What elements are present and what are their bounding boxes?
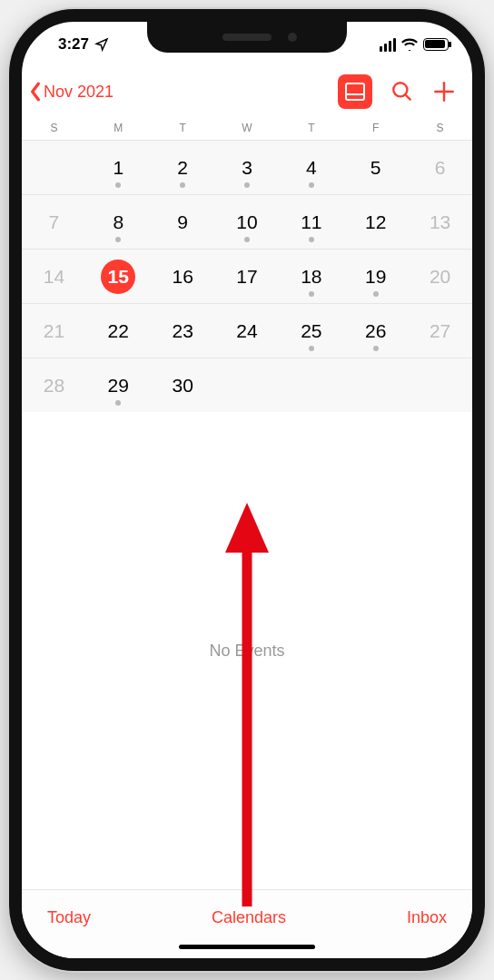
- day-cell[interactable]: 23: [151, 303, 215, 358]
- front-camera: [288, 33, 297, 42]
- weekday-header: S M T W T F S: [22, 113, 472, 140]
- day-number: 7: [49, 211, 60, 233]
- wifi-icon: [401, 38, 418, 51]
- battery-icon: [423, 38, 449, 51]
- day-cell[interactable]: 16: [151, 249, 215, 303]
- day-number: 29: [108, 375, 129, 397]
- day-number: 12: [365, 211, 386, 233]
- day-cell[interactable]: 17: [215, 249, 280, 303]
- phone-frame: 3:27 Nov: [9, 9, 485, 971]
- day-cell[interactable]: 24: [215, 303, 280, 358]
- day-number: 11: [301, 211, 321, 233]
- day-number: 23: [172, 320, 193, 342]
- svg-line-3: [405, 94, 410, 99]
- list-view-icon: [345, 83, 365, 101]
- day-cell[interactable]: 14: [22, 249, 86, 303]
- day-number: 1: [113, 157, 124, 179]
- day-number: 21: [44, 320, 64, 342]
- weekday-label: M: [86, 122, 151, 134]
- day-cell[interactable]: 7: [22, 194, 86, 249]
- notch: [147, 22, 347, 53]
- day-number: 30: [172, 375, 193, 397]
- day-number: 25: [301, 320, 321, 342]
- day-cell[interactable]: 26: [343, 303, 408, 358]
- home-indicator[interactable]: [179, 945, 315, 949]
- weekday-label: W: [215, 122, 280, 134]
- no-events-label: No Events: [209, 642, 284, 661]
- day-number: 13: [430, 211, 450, 233]
- day-cell[interactable]: 2: [151, 140, 215, 194]
- day-cell[interactable]: 25: [279, 303, 343, 358]
- day-number: 3: [242, 157, 252, 179]
- back-button[interactable]: Nov 2021: [29, 82, 114, 102]
- day-cell[interactable]: 9: [151, 194, 215, 249]
- day-cell[interactable]: 29: [86, 358, 151, 412]
- day-cell[interactable]: 30: [151, 358, 215, 412]
- day-number: 28: [44, 375, 64, 397]
- view-mode-toggle[interactable]: [338, 74, 372, 109]
- status-time: 3:27: [58, 35, 89, 54]
- inbox-button[interactable]: Inbox: [407, 908, 447, 927]
- weekday-label: F: [343, 122, 408, 134]
- today-button[interactable]: Today: [47, 908, 91, 927]
- day-number: 14: [44, 266, 64, 288]
- day-number: 17: [236, 266, 257, 288]
- day-number: 27: [430, 320, 450, 342]
- day-cell[interactable]: 11: [279, 194, 343, 249]
- day-number: 22: [108, 320, 129, 342]
- calendar-month-view: 1234567891011121314151617181920212223242…: [22, 140, 472, 412]
- day-number: 26: [365, 320, 386, 342]
- day-number: 24: [236, 320, 257, 342]
- weekday-label: S: [22, 122, 86, 134]
- day-cell[interactable]: 18: [279, 249, 343, 303]
- day-cell[interactable]: 3: [215, 140, 280, 194]
- day-number: 4: [306, 157, 317, 179]
- day-cell[interactable]: 6: [408, 140, 472, 194]
- calendars-button[interactable]: Calendars: [212, 908, 286, 927]
- day-cell[interactable]: 27: [408, 303, 472, 358]
- chevron-left-icon: [29, 82, 42, 102]
- day-cell[interactable]: 13: [408, 194, 472, 249]
- day-cell: [408, 358, 472, 412]
- cellular-signal-icon: [380, 38, 397, 52]
- day-number: 8: [113, 211, 124, 233]
- weekday-label: S: [408, 122, 472, 134]
- weekday-label: T: [279, 122, 343, 134]
- day-cell[interactable]: 5: [343, 140, 408, 194]
- nav-bar: Nov 2021: [22, 67, 472, 113]
- day-number: 10: [236, 211, 257, 233]
- day-cell[interactable]: 1: [86, 140, 151, 194]
- day-cell[interactable]: 15: [86, 249, 151, 303]
- day-cell[interactable]: 22: [86, 303, 151, 358]
- day-number: 2: [177, 157, 188, 179]
- speaker: [222, 34, 272, 41]
- day-number: 15: [101, 260, 135, 294]
- day-cell[interactable]: 8: [86, 194, 151, 249]
- add-event-icon[interactable]: [432, 80, 456, 103]
- day-number: 20: [430, 266, 450, 288]
- day-cell[interactable]: 12: [343, 194, 408, 249]
- day-cell: [343, 358, 408, 412]
- weekday-label: T: [151, 122, 215, 134]
- day-cell[interactable]: 10: [215, 194, 280, 249]
- location-arrow-icon: [94, 37, 109, 52]
- day-cell[interactable]: 20: [408, 249, 472, 303]
- events-list[interactable]: No Events: [22, 412, 472, 889]
- day-number: 19: [365, 266, 386, 288]
- day-cell: [215, 358, 280, 412]
- day-cell[interactable]: 19: [343, 249, 408, 303]
- day-cell[interactable]: 28: [22, 358, 86, 412]
- day-cell[interactable]: 4: [279, 140, 343, 194]
- svg-rect-0: [346, 83, 364, 100]
- search-icon[interactable]: [390, 80, 414, 103]
- day-cell[interactable]: 21: [22, 303, 86, 358]
- day-number: 18: [301, 266, 321, 288]
- back-label: Nov 2021: [44, 83, 114, 102]
- day-number: 16: [172, 266, 193, 288]
- day-cell: [22, 140, 86, 194]
- day-number: 6: [435, 157, 446, 179]
- day-cell: [279, 358, 343, 412]
- day-number: 5: [370, 157, 381, 179]
- day-number: 9: [177, 211, 188, 233]
